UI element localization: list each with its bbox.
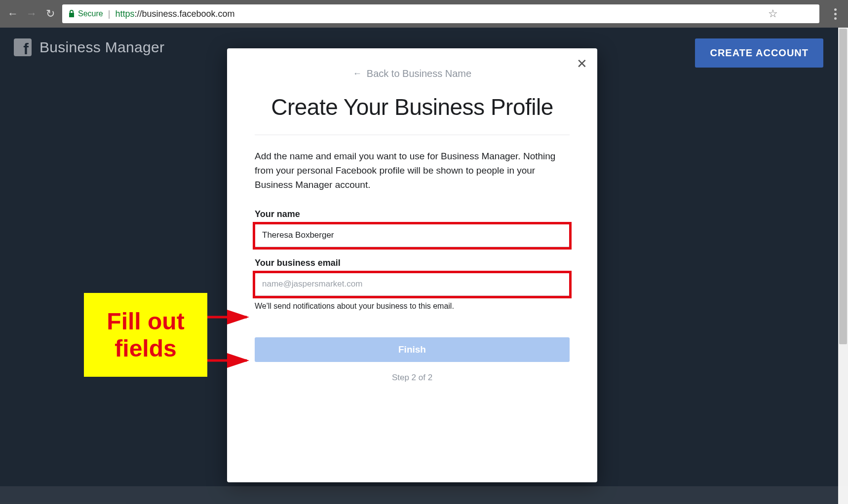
email-field-block: Your business email We'll send notificat… [255, 258, 570, 311]
back-link[interactable]: ← Back to Business Name [255, 68, 570, 79]
name-label: Your name [255, 209, 570, 219]
back-arrow-icon: ← [353, 69, 362, 79]
annotation-arrow-icon [207, 310, 257, 324]
menu-kebab-icon[interactable] [828, 8, 842, 20]
create-account-button[interactable]: CREATE ACCOUNT [695, 38, 823, 68]
app-header: Business Manager [14, 38, 164, 56]
email-label: Your business email [255, 258, 570, 268]
lock-icon: Secure [68, 9, 103, 18]
email-input[interactable] [255, 272, 570, 296]
modal-description: Add the name and email you want to use f… [255, 149, 570, 192]
name-input[interactable] [255, 223, 570, 247]
reload-icon[interactable]: ↻ [43, 7, 57, 21]
page-body: Business Manager CREATE ACCOUNT ✕ ← Back… [0, 28, 848, 504]
close-icon[interactable]: ✕ [577, 56, 587, 72]
annotation-callout: Fill out fields [84, 293, 207, 377]
browser-toolbar: ← → ↻ Secure | https://business.facebook… [0, 0, 848, 28]
app-title: Business Manager [39, 39, 164, 56]
secure-label: Secure [78, 9, 103, 18]
url-text: https://business.facebook.com [115, 9, 234, 19]
facebook-logo-icon [14, 38, 32, 56]
forward-arrow-icon[interactable]: → [25, 7, 39, 21]
address-bar[interactable]: Secure | https://business.facebook.com ☆ [62, 4, 819, 23]
modal-title: Create Your Business Profile [255, 93, 570, 122]
step-indicator: Step 2 of 2 [255, 373, 570, 383]
bookmark-star-icon[interactable]: ☆ [768, 7, 778, 20]
create-profile-modal: ✕ ← Back to Business Name Create Your Bu… [227, 48, 597, 482]
scrollbar-thumb[interactable] [839, 29, 847, 344]
annotation-text: Fill out fields [84, 308, 207, 362]
finish-button[interactable]: Finish [255, 337, 570, 362]
back-link-label: Back to Business Name [367, 68, 471, 79]
scrollbar[interactable] [838, 28, 848, 504]
divider [255, 135, 570, 135]
email-helper-text: We'll send notifications about your busi… [255, 302, 570, 311]
name-field-block: Your name [255, 209, 570, 247]
back-arrow-icon[interactable]: ← [6, 7, 20, 21]
separator: | [108, 9, 111, 19]
annotation-arrow-icon [207, 353, 257, 368]
